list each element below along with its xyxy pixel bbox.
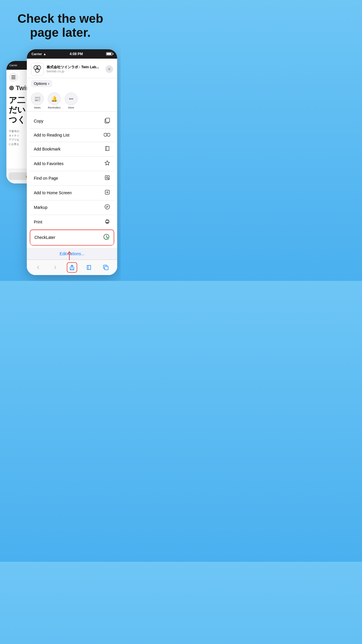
svg-rect-16: [105, 266, 108, 270]
find-on-page-label: Find on Page: [34, 176, 58, 181]
svg-rect-11: [106, 220, 109, 223]
book-icon: [104, 146, 110, 153]
print-icon: [104, 218, 110, 226]
reminders-icon: 🔔: [48, 92, 61, 105]
hamburger-icon: [11, 76, 15, 79]
copy-label: Copy: [34, 119, 43, 123]
svg-point-10: [105, 204, 110, 209]
add-bookmark-label: Add Bookmark: [34, 147, 61, 151]
app-icons-row: 📰 News 🔔 Reminders ••• More: [27, 90, 117, 112]
markup-label: Markup: [34, 205, 48, 210]
bg-carrier: Carrier: [9, 64, 17, 67]
phone-wrapper: Carrier ⌊ ⊛ Twin ア二だいつく 千葉市のネイティアプリなにお答え…: [6, 49, 114, 275]
more-label: More: [68, 106, 74, 109]
reading-list-icon: [104, 132, 110, 138]
print-action[interactable]: Print: [30, 215, 114, 230]
share-button[interactable]: [67, 262, 77, 273]
forward-button[interactable]: [50, 262, 60, 273]
wifi-icon: ▲: [43, 52, 46, 56]
action-list: Copy Add to Reading List Add Bookmark: [30, 114, 114, 246]
svg-rect-4: [106, 118, 110, 122]
bg-menu-button[interactable]: [9, 73, 18, 82]
tabs-button[interactable]: [101, 262, 111, 273]
find-on-page-action[interactable]: Find on Page: [30, 171, 114, 186]
battery-indicator: [106, 52, 113, 55]
site-icon: [31, 63, 44, 76]
page-title: Check the web page later.: [0, 12, 121, 40]
print-label: Print: [34, 220, 42, 224]
svg-point-6: [107, 133, 110, 136]
close-button[interactable]: ✕: [106, 65, 113, 73]
checklater-label: CheckLater: [34, 235, 55, 240]
more-icon: •••: [65, 92, 78, 105]
svg-point-5: [104, 133, 107, 136]
svg-point-14: [107, 237, 109, 239]
status-bar: Carrier ▲ 4:08 PM: [27, 49, 117, 59]
options-chevron: ›: [48, 81, 49, 86]
site-info: 株式会社ツインラボ - Twin Lab... twinlab.co.jp: [47, 65, 103, 73]
copy-icon: [104, 118, 110, 125]
bookmarks-button[interactable]: [84, 262, 94, 273]
battery-shape: [106, 52, 113, 55]
plus-square-icon: [104, 189, 110, 197]
site-url: twinlab.co.jp: [47, 69, 103, 73]
red-arrow: [66, 249, 73, 260]
app-item-reminders[interactable]: 🔔 Reminders: [48, 92, 61, 109]
carrier-label: Carrier ▲: [31, 52, 46, 56]
share-sheet: 株式会社ツインラボ - Twin Lab... twinlab.co.jp ✕ …: [27, 59, 117, 275]
site-name: 株式会社ツインラボ - Twin Lab...: [47, 65, 103, 70]
svg-point-12: [108, 221, 109, 222]
add-favorites-label: Add to Favorites: [34, 161, 64, 166]
copy-action[interactable]: Copy: [30, 114, 114, 129]
site-preview: 株式会社ツインラボ - Twin Lab... twinlab.co.jp ✕: [27, 59, 117, 78]
edit-actions-row: Edit Actions...: [27, 248, 117, 260]
reading-list-action[interactable]: Add to Reading List: [30, 129, 114, 142]
add-favorites-action[interactable]: Add to Favorites: [30, 157, 114, 171]
add-bookmark-action[interactable]: Add Bookmark: [30, 142, 114, 157]
back-button[interactable]: [33, 262, 43, 273]
news-icon: 📰: [31, 92, 44, 105]
options-button[interactable]: Options ›: [31, 80, 52, 87]
reading-list-label: Add to Reading List: [34, 133, 69, 137]
news-label: News: [34, 106, 41, 109]
app-item-news[interactable]: 📰 News: [31, 92, 44, 109]
svg-point-8: [106, 177, 108, 178]
add-home-screen-action[interactable]: Add to Home Screen: [30, 186, 114, 200]
checklater-icon: [103, 234, 110, 242]
battery-fill: [107, 53, 111, 55]
star-icon: [104, 160, 110, 167]
app-item-more[interactable]: ••• More: [65, 92, 78, 109]
markup-action[interactable]: Markup: [30, 200, 114, 215]
options-label: Options: [34, 81, 47, 86]
reminders-label: Reminders: [48, 106, 61, 109]
main-toolbar: [27, 260, 117, 275]
checklater-action[interactable]: CheckLater: [30, 230, 114, 246]
add-home-screen-label: Add to Home Screen: [34, 190, 72, 195]
status-time: 4:08 PM: [70, 52, 83, 56]
find-icon: [104, 175, 110, 182]
main-phone: Carrier ▲ 4:08 PM: [27, 49, 117, 275]
markup-icon: [104, 204, 110, 211]
